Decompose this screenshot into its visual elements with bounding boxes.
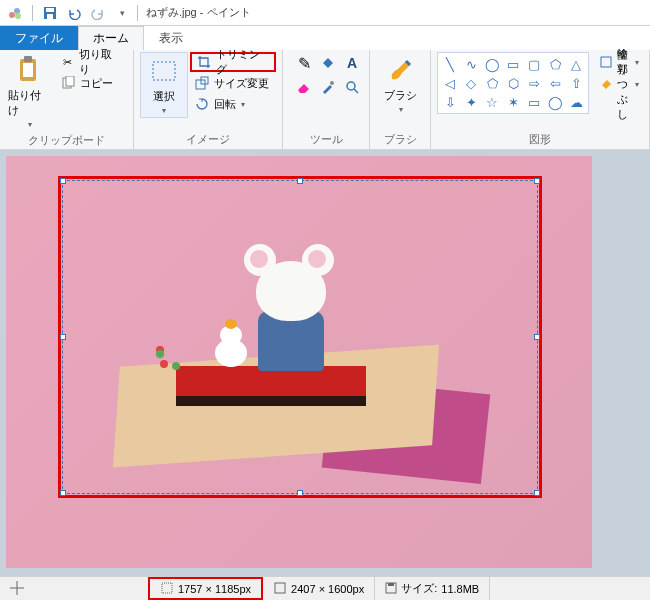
shape-rarrow-icon[interactable]: ⇨: [524, 74, 544, 92]
select-icon: [148, 55, 180, 87]
status-bar: 1757 × 1185px 2407 × 1600px サイズ: 11.8MB: [0, 576, 650, 600]
canvas[interactable]: [6, 156, 592, 568]
shape-roundrect-icon[interactable]: ▢: [524, 55, 544, 73]
svg-rect-8: [23, 63, 33, 77]
shapes-gallery[interactable]: ╲ ∿ ◯ ▭ ▢ ⬠ △ ◁ ◇ ⬠ ⬡ ⇨ ⇦ ⇧ ⇩ ✦ ☆ ✶ ▭ ◯: [437, 52, 589, 114]
group-shapes-label: 図形: [437, 130, 643, 149]
cut-button[interactable]: ✂切り取り: [56, 52, 127, 72]
crosshair-icon: [10, 581, 24, 597]
group-brush: ブラシ▾ ブラシ: [370, 50, 431, 149]
qat-dropdown-icon[interactable]: ▾: [111, 2, 133, 24]
selection-size-icon: [160, 581, 174, 597]
brush-icon: [384, 54, 416, 86]
svg-line-16: [354, 89, 358, 93]
svg-rect-23: [388, 583, 394, 586]
shape-curve-icon[interactable]: ∿: [461, 55, 481, 73]
group-brush-label: ブラシ: [376, 130, 424, 149]
window-title: ねずみ.jpg - ペイント: [146, 5, 251, 20]
trim-button[interactable]: トリミング: [190, 52, 276, 72]
save-icon[interactable]: [39, 2, 61, 24]
shape-star5-icon[interactable]: ☆: [482, 93, 502, 111]
eraser-icon[interactable]: [293, 76, 315, 98]
svg-point-2: [15, 13, 21, 19]
fill-button[interactable]: 塗りつぶし▾: [595, 74, 643, 94]
selection-handle[interactable]: [534, 178, 540, 184]
paste-icon: [14, 54, 46, 86]
group-image-label: イメージ: [140, 130, 276, 149]
brush-button[interactable]: ブラシ▾: [376, 52, 424, 116]
copy-icon: [60, 75, 76, 91]
outline-icon: [599, 54, 613, 70]
svg-rect-17: [601, 57, 611, 67]
shape-star6-icon[interactable]: ✶: [503, 93, 523, 111]
tab-view[interactable]: 表示: [144, 26, 198, 50]
brush-label: ブラシ: [384, 88, 417, 103]
paste-label: 貼り付け: [8, 88, 52, 118]
app-icon: [4, 2, 26, 24]
shape-uarrow-icon[interactable]: ⇧: [566, 74, 586, 92]
rotate-button[interactable]: 回転▾: [190, 94, 276, 114]
svg-point-15: [347, 82, 355, 90]
rotate-icon: [194, 96, 210, 112]
paste-button[interactable]: 貼り付け▾: [6, 52, 54, 131]
shape-pentagon-icon[interactable]: ⬠: [482, 74, 502, 92]
selection-handle[interactable]: [534, 334, 540, 340]
shape-line-icon[interactable]: ╲: [440, 55, 460, 73]
svg-rect-11: [153, 62, 175, 80]
selection-handle[interactable]: [297, 178, 303, 184]
picker-icon[interactable]: [317, 76, 339, 98]
group-clipboard-label: クリップボード: [6, 131, 127, 150]
shape-diamond-icon[interactable]: ◇: [461, 74, 481, 92]
selection-handle[interactable]: [60, 490, 66, 496]
svg-rect-5: [47, 14, 53, 19]
magnifier-icon[interactable]: [341, 76, 363, 98]
status-coords: [0, 577, 150, 600]
shape-polygon-icon[interactable]: ⬠: [545, 55, 565, 73]
resize-button[interactable]: サイズ変更: [190, 73, 276, 93]
group-tools-label: ツール: [289, 130, 363, 149]
svg-point-0: [9, 12, 15, 18]
resize-icon: [194, 75, 210, 91]
svg-rect-7: [24, 56, 32, 62]
svg-rect-21: [275, 583, 285, 593]
fill-icon: [599, 76, 613, 92]
undo-icon[interactable]: [63, 2, 85, 24]
select-label: 選択: [153, 89, 175, 104]
svg-rect-4: [46, 8, 54, 12]
selection-handle[interactable]: [534, 490, 540, 496]
shape-rtriangle-icon[interactable]: ◁: [440, 74, 460, 92]
shape-larrow-icon[interactable]: ⇦: [545, 74, 565, 92]
bucket-icon[interactable]: [317, 52, 339, 74]
svg-point-1: [14, 8, 20, 14]
redo-icon[interactable]: [87, 2, 109, 24]
group-image: 選択▾ トリミング サイズ変更 回転▾ イメージ: [134, 50, 283, 149]
trim-icon: [196, 54, 212, 70]
ribbon: 貼り付け▾ ✂切り取り コピー クリップボード 選択▾ トリミング サイズ変更 …: [0, 50, 650, 150]
shape-star4-icon[interactable]: ✦: [461, 93, 481, 111]
select-button[interactable]: 選択▾: [140, 52, 188, 118]
group-tools: ✎ A ツール: [283, 50, 370, 149]
shape-callout-oval-icon[interactable]: ◯: [545, 93, 565, 111]
pencil-icon[interactable]: ✎: [293, 52, 315, 74]
tab-file[interactable]: ファイル: [0, 26, 78, 50]
selection-marquee[interactable]: [62, 180, 538, 494]
selection-handle[interactable]: [60, 334, 66, 340]
shape-darrow-icon[interactable]: ⇩: [440, 93, 460, 111]
copy-button[interactable]: コピー: [56, 73, 127, 93]
shape-callout-cloud-icon[interactable]: ☁: [566, 93, 586, 111]
selection-handle[interactable]: [60, 178, 66, 184]
title-bar: ▾ ねずみ.jpg - ペイント: [0, 0, 650, 26]
shape-rect-icon[interactable]: ▭: [503, 55, 523, 73]
canvas-area[interactable]: [0, 150, 650, 576]
shape-oval-icon[interactable]: ◯: [482, 55, 502, 73]
svg-rect-10: [66, 76, 74, 86]
selection-handle[interactable]: [297, 490, 303, 496]
shape-callout-rect-icon[interactable]: ▭: [524, 93, 544, 111]
status-canvas-size: 2407 × 1600px: [263, 577, 375, 600]
disk-icon: [385, 582, 397, 596]
text-icon[interactable]: A: [341, 52, 363, 74]
shape-triangle-icon[interactable]: △: [566, 55, 586, 73]
status-selection-size: 1757 × 1185px: [148, 577, 263, 600]
shape-hexagon-icon[interactable]: ⬡: [503, 74, 523, 92]
group-clipboard: 貼り付け▾ ✂切り取り コピー クリップボード: [0, 50, 134, 149]
